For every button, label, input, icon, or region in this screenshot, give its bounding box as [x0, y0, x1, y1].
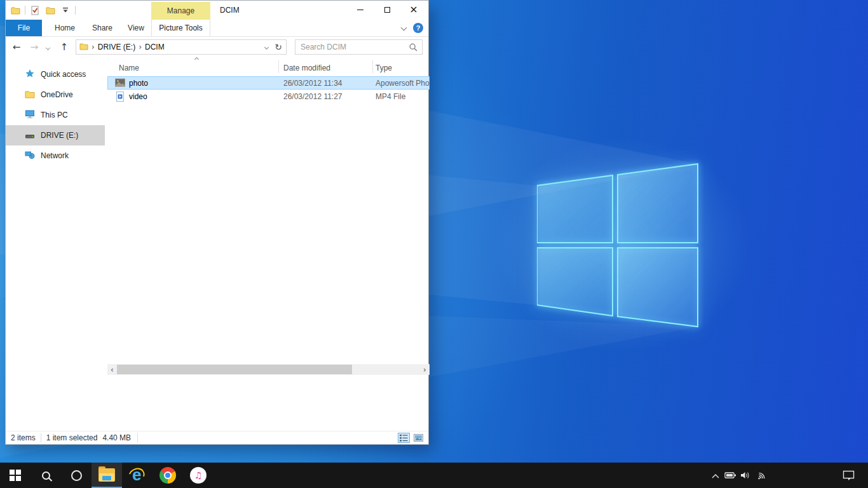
file-row-photo[interactable]: photo 26/03/2012 11:34 Apowersoft Pho — [107, 76, 430, 90]
taskbar-chrome-button[interactable] — [153, 463, 183, 488]
address-bar[interactable]: › DRIVE (E:) › DCIM ↻ — [76, 39, 287, 55]
tab-home[interactable]: Home — [45, 20, 85, 36]
refresh-button[interactable]: ↻ — [275, 42, 282, 52]
file-explorer-window: Manage DCIM × File Home Share View Pictu… — [5, 0, 429, 445]
sidebar-item-label: OneDrive — [41, 90, 73, 99]
breadcrumb-drive[interactable]: DRIVE (E:) — [98, 43, 135, 51]
maximize-icon — [384, 7, 390, 13]
qat-separator — [75, 6, 76, 15]
sidebar-item-quick-access[interactable]: Quick access — [6, 64, 107, 85]
breadcrumb-chevron: › — [88, 43, 98, 51]
sidebar-item-label: Network — [41, 151, 69, 160]
scrollbar-thumb[interactable] — [117, 365, 352, 374]
details-view-button[interactable] — [398, 433, 410, 443]
selection-size: 4.40 MB — [102, 433, 131, 442]
network-indicator[interactable] — [757, 470, 768, 482]
monitor-icon — [25, 109, 35, 121]
breadcrumb-chevron: › — [135, 43, 145, 51]
itunes-icon: ♫ — [190, 467, 207, 484]
sidebar-item-label: DRIVE (E:) — [41, 131, 78, 140]
address-dropdown-button[interactable] — [265, 46, 268, 49]
scroll-right-arrow[interactable]: › — [420, 364, 430, 375]
action-center-icon — [843, 470, 855, 481]
cortana-button[interactable] — [61, 463, 92, 488]
qat-separator — [25, 6, 25, 15]
sort-ascending-icon[interactable] — [195, 58, 200, 62]
wifi-icon — [757, 470, 768, 480]
file-type: MP4 File — [376, 92, 430, 101]
new-folder-icon[interactable] — [44, 4, 56, 16]
manage-contextual-group[interactable]: Manage — [151, 2, 210, 20]
window-controls: × — [347, 1, 427, 18]
sidebar-item-drive-e[interactable]: DRIVE (E:) — [6, 125, 105, 146]
window-title: DCIM — [220, 6, 240, 15]
close-icon: × — [409, 4, 417, 15]
forward-button[interactable]: → — [27, 39, 42, 55]
sidebar-item-onedrive[interactable]: OneDrive — [6, 85, 107, 105]
windows-logo — [537, 163, 699, 329]
navigation-toolbar: ← → ↑ › DRIVE (E:) › DCIM ↻ — [6, 37, 428, 58]
column-header-date-modified[interactable]: Date modified — [283, 59, 367, 74]
close-button[interactable]: × — [400, 1, 427, 18]
action-center-button[interactable] — [843, 470, 855, 483]
up-button[interactable]: ↑ — [57, 39, 72, 55]
scroll-left-arrow[interactable]: ‹ — [107, 364, 117, 375]
navigation-pane: Quick access OneDrive This PC — [6, 64, 107, 166]
search-input[interactable] — [301, 40, 405, 54]
onedrive-folder-icon — [25, 90, 35, 100]
details-view-icon — [400, 435, 408, 442]
taskbar-search-button[interactable] — [31, 463, 61, 488]
breadcrumb-dcim[interactable]: DCIM — [145, 43, 165, 51]
maximize-button[interactable] — [374, 1, 400, 18]
titlebar[interactable]: Manage DCIM × — [6, 1, 428, 20]
quick-access-toolbar — [10, 3, 76, 17]
file-name: photo — [129, 79, 148, 88]
network-icon — [25, 150, 35, 161]
hidden-icons-button[interactable] — [711, 472, 720, 481]
file-row-video[interactable]: video 26/03/2012 11:27 MP4 File — [107, 90, 430, 103]
chevron-down-icon — [401, 25, 407, 31]
chevron-down-icon — [45, 45, 50, 50]
search-icon[interactable] — [409, 43, 417, 53]
back-button[interactable]: ← — [9, 39, 24, 55]
minimize-icon — [357, 10, 363, 10]
column-headers: Name Date modified Type — [107, 59, 430, 74]
quick-access-star-icon — [25, 69, 35, 80]
tab-share[interactable]: Share — [85, 20, 120, 36]
taskbar-itunes-button[interactable]: ♫ — [183, 463, 214, 488]
taskbar-internet-explorer-button[interactable]: e — [122, 463, 153, 488]
column-divider[interactable] — [278, 60, 279, 73]
file-name: video — [129, 92, 147, 101]
recent-locations-button[interactable] — [43, 44, 52, 51]
minimize-button[interactable] — [347, 1, 374, 18]
tab-view[interactable]: View — [120, 20, 152, 36]
horizontal-scrollbar[interactable]: ‹ › — [107, 364, 430, 375]
column-header-type[interactable]: Type — [376, 59, 430, 74]
column-divider[interactable] — [372, 60, 373, 73]
file-type: Apowersoft Pho — [376, 79, 430, 88]
thumbnails-view-button[interactable] — [412, 433, 424, 443]
battery-indicator[interactable] — [724, 470, 737, 482]
taskbar: e ♫ — [0, 463, 868, 488]
start-button[interactable] — [0, 463, 31, 488]
sidebar-item-this-pc[interactable]: This PC — [6, 105, 107, 125]
search-box — [295, 39, 423, 55]
customize-toolbar-icon[interactable] — [60, 4, 71, 16]
chevron-up-icon — [711, 473, 720, 479]
help-button[interactable]: ? — [413, 23, 423, 33]
file-date-modified: 26/03/2012 11:27 — [283, 92, 342, 101]
tab-picture-tools[interactable]: Picture Tools — [151, 20, 210, 36]
view-switcher — [398, 433, 424, 443]
sidebar-item-network[interactable]: Network — [6, 146, 107, 166]
internet-explorer-icon: e — [128, 466, 147, 484]
volume-indicator[interactable] — [740, 470, 752, 482]
chevron-up-icon — [194, 57, 199, 62]
properties-icon[interactable] — [29, 4, 41, 16]
taskbar-file-explorer-button[interactable] — [92, 463, 122, 488]
sidebar-item-label: Quick access — [41, 70, 86, 79]
tab-file[interactable]: File — [6, 20, 42, 36]
expand-ribbon-button[interactable] — [402, 25, 407, 30]
status-divider — [137, 433, 138, 442]
cortana-icon — [71, 470, 82, 481]
explorer-folder-icon[interactable] — [10, 4, 21, 16]
